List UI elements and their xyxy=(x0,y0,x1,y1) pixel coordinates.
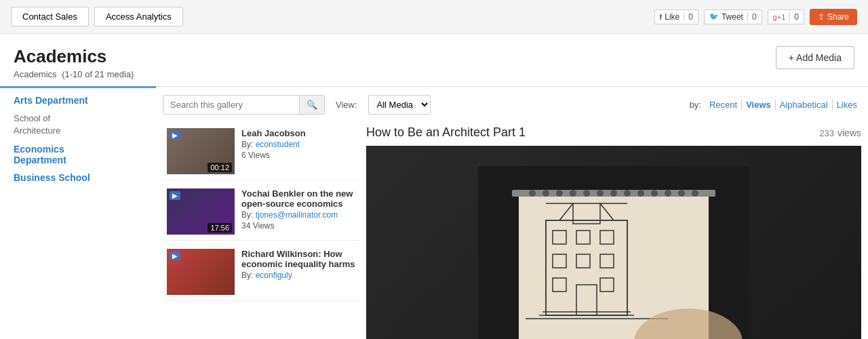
sidebar-item-economics-department[interactable]: EconomicsDepartment xyxy=(14,144,142,165)
video-author-richard[interactable]: econfiguly xyxy=(256,271,292,280)
share-button[interactable]: ⇧ Share xyxy=(810,9,857,25)
preview-views-label: views xyxy=(837,127,861,138)
svg-point-8 xyxy=(597,190,604,197)
video-type-icon-3: ▶ xyxy=(170,252,180,260)
tweet-label: Tweet xyxy=(722,12,743,22)
video-title-leah[interactable]: Leah Jacobson xyxy=(241,128,355,138)
arts-department-link[interactable]: Arts Department xyxy=(14,95,88,106)
like-label: Like xyxy=(665,12,679,22)
content-columns: ▶ 00:12 Leah Jacobson By: econstudent 6 … xyxy=(163,123,861,339)
video-author-yochai[interactable]: tjones@mailinator.com xyxy=(256,210,338,220)
access-analytics-button[interactable]: Access Analytics xyxy=(94,7,183,26)
svg-point-10 xyxy=(624,190,631,197)
facebook-like-button[interactable]: f Like 0 xyxy=(654,9,698,24)
like-count: 0 xyxy=(684,12,693,22)
preview-view-count: 233 xyxy=(819,128,834,138)
video-by-leah: By: econstudent xyxy=(241,140,355,149)
page-title: Academics xyxy=(14,46,134,67)
video-type-icon: ▶ xyxy=(170,131,180,140)
video-info-richard: Richard Wilkinson: How economic inequali… xyxy=(241,249,355,280)
svg-point-15 xyxy=(692,190,698,197)
video-title-yochai[interactable]: Yochai Benkler on the new open-source ec… xyxy=(241,188,355,209)
video-thumb-leah: ▶ 00:12 xyxy=(167,128,235,174)
svg-point-5 xyxy=(556,190,563,197)
video-thumb-richard: ▶ xyxy=(167,249,235,295)
svg-point-11 xyxy=(637,190,644,197)
googleplus-icon: g+1 xyxy=(773,13,786,21)
search-box: 🔍 xyxy=(163,95,325,115)
economics-department-link[interactable]: EconomicsDepartment xyxy=(14,144,66,165)
svg-point-6 xyxy=(570,190,576,197)
preview-views: 233views xyxy=(816,123,861,140)
preview-title: How to Be an Architect Part 1 xyxy=(366,125,526,140)
svg-point-9 xyxy=(610,190,617,197)
video-preview: How to Be an Architect Part 1 233views xyxy=(366,123,861,339)
video-views-yochai: 34 Views xyxy=(241,221,355,231)
googleplus-button[interactable]: g+1 0 xyxy=(768,9,804,24)
page-header: Academics Academics (1-10 of 21 media) +… xyxy=(0,34,868,86)
video-author-leah[interactable]: econstudent xyxy=(256,140,300,149)
svg-point-3 xyxy=(529,190,536,197)
sort-alphabetical[interactable]: Alphabetical xyxy=(776,100,833,110)
sort-likes[interactable]: Likes xyxy=(833,100,861,110)
video-by-richard: By: econfiguly xyxy=(241,271,355,280)
gallery-area: 🔍 View: All Media Videos Audio Images by… xyxy=(156,86,868,339)
media-range: (1-10 of 21 media) xyxy=(62,69,134,79)
twitter-icon: 🐦 xyxy=(709,12,719,21)
main-content: Arts Department School ofArchitecture Ec… xyxy=(0,86,868,339)
top-bar-left: Contact Sales Access Analytics xyxy=(11,7,183,26)
preview-video-inner xyxy=(366,146,861,339)
search-input[interactable] xyxy=(163,96,299,114)
sort-recent[interactable]: Recent xyxy=(705,100,742,110)
page-subtitle: Academics (1-10 of 21 media) xyxy=(14,69,134,79)
video-info-leah: Leah Jacobson By: econstudent 6 Views xyxy=(241,128,355,160)
contact-sales-button[interactable]: Contact Sales xyxy=(11,7,89,26)
video-thumb-yochai: ▶ 17:56 xyxy=(167,188,235,235)
sort-label: by: xyxy=(690,100,701,110)
share-icon: ⇧ xyxy=(818,12,825,22)
svg-point-4 xyxy=(542,190,549,197)
business-school-link[interactable]: Business School xyxy=(14,172,90,183)
video-item-yochai[interactable]: ▶ 17:56 Yochai Benkler on the new open-s… xyxy=(163,183,359,241)
tweet-count: 0 xyxy=(747,12,757,22)
video-item-richard[interactable]: ▶ Richard Wilkinson: How economic inequa… xyxy=(163,243,359,301)
gallery-toolbar: 🔍 View: All Media Videos Audio Images by… xyxy=(163,95,861,115)
video-list: ▶ 00:12 Leah Jacobson By: econstudent 6 … xyxy=(163,123,359,339)
top-bar: Contact Sales Access Analytics f Like 0 … xyxy=(0,0,868,34)
facebook-icon: f xyxy=(660,13,663,21)
subtitle-text: Academics xyxy=(14,69,57,79)
video-type-icon-2: ▶ xyxy=(170,191,180,200)
search-button[interactable]: 🔍 xyxy=(299,96,324,114)
preview-header: How to Be an Architect Part 1 233views xyxy=(366,123,861,140)
sidebar-item-business-school[interactable]: Business School xyxy=(14,172,142,183)
sort-views[interactable]: Views xyxy=(742,100,776,110)
gplus-count: 0 xyxy=(789,12,799,22)
video-duration-leah: 00:12 xyxy=(208,163,232,172)
svg-point-12 xyxy=(651,190,658,197)
video-duration-yochai: 17:56 xyxy=(208,223,232,233)
top-bar-right: f Like 0 🐦 Tweet 0 g+1 0 ⇧ Share xyxy=(654,9,857,25)
preview-video-box[interactable] xyxy=(366,146,861,339)
view-label: View: xyxy=(336,100,357,110)
sidebar-item-arts-department[interactable]: Arts Department xyxy=(14,95,142,106)
video-title-richard[interactable]: Richard Wilkinson: How economic inequali… xyxy=(241,249,355,269)
school-of-architecture-label: School ofArchitecture xyxy=(14,113,142,137)
twitter-tweet-button[interactable]: 🐦 Tweet 0 xyxy=(704,9,762,24)
video-by-yochai: By: tjones@mailinator.com xyxy=(241,210,355,220)
sidebar: Arts Department School ofArchitecture Ec… xyxy=(0,86,156,339)
svg-point-13 xyxy=(665,190,671,197)
share-label: Share xyxy=(827,12,849,22)
sort-controls: by: Recent Views Alphabetical Likes xyxy=(690,100,861,110)
add-media-button[interactable]: + Add Media xyxy=(776,46,854,69)
preview-sketch-svg xyxy=(478,166,749,339)
svg-point-7 xyxy=(583,190,590,197)
page-header-left: Academics Academics (1-10 of 21 media) xyxy=(14,46,134,79)
video-info-yochai: Yochai Benkler on the new open-source ec… xyxy=(241,188,355,231)
view-select[interactable]: All Media Videos Audio Images xyxy=(368,95,431,115)
svg-point-14 xyxy=(678,190,685,197)
video-views-leah: 6 Views xyxy=(241,151,355,160)
sidebar-item-school-of-architecture: School ofArchitecture xyxy=(14,113,142,137)
video-item-leah[interactable]: ▶ 00:12 Leah Jacobson By: econstudent 6 … xyxy=(163,123,359,180)
